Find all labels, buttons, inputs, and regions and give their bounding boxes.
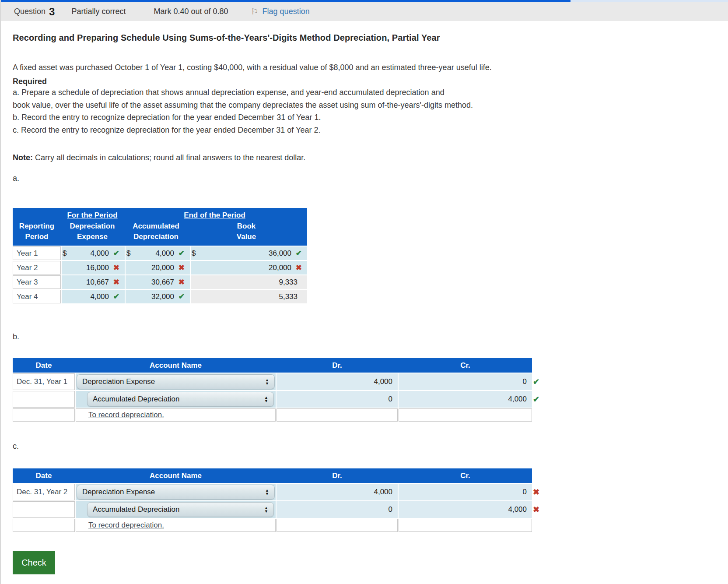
col-header-account-name: Account Name [76, 361, 276, 370]
col-header-accumulated-depreciation: AccumulatedDepreciation [124, 221, 188, 242]
correct-icon: ✔ [109, 249, 119, 258]
col-header-dr: Dr. [276, 471, 398, 480]
expense-input-cell[interactable]: 4,000 ✔ [62, 290, 125, 303]
account-select-value: Accumulated Depreciation [93, 395, 179, 404]
row-mark-cell: ✖ [533, 501, 546, 518]
accum-value: 30,667 [151, 278, 174, 287]
account-select-value: Depreciation Expense [82, 488, 155, 496]
schedule-group-end-period: End of the Period [124, 211, 305, 220]
journal-row-credit: Accumulated Depreciation ▲▼ 0 4,000 ✖ [13, 501, 546, 518]
cr-input-cell[interactable]: 0 [399, 484, 532, 500]
account-cell: Accumulated Depreciation ▲▼ [76, 501, 276, 518]
col-header-account-name: Account Name [76, 471, 276, 480]
book-value: 9,333 [279, 278, 298, 287]
problem-statement: A fixed asset was purchased October 1 of… [13, 63, 728, 72]
incorrect-icon: ✖ [533, 487, 539, 497]
schedule-row-year-2: Year 2 16,000 ✖ 20,000 ✖ 20,000 ✖ [13, 261, 307, 274]
row-mark-cell [533, 408, 546, 422]
journal-header: Date Account Name Dr. Cr. [13, 358, 532, 373]
correct-icon: ✔ [109, 292, 119, 301]
select-arrows-icon: ▲▼ [265, 489, 269, 496]
cr-input-cell[interactable]: 0 [399, 373, 532, 390]
dr-input-cell[interactable]: 4,000 [276, 484, 398, 500]
book-value-input-cell[interactable]: 20,000 ✖ [191, 261, 307, 274]
schedule-row-year-4: Year 4 4,000 ✔ 32,000 ✔ 5,333 [13, 290, 307, 303]
incorrect-icon: ✖ [174, 278, 185, 287]
expense-input-cell[interactable]: 16,000 ✖ [62, 261, 125, 274]
account-select[interactable]: Depreciation Expense ▲▼ [77, 374, 275, 389]
row-mark-cell [533, 519, 546, 532]
expense-value: 4,000 [90, 292, 109, 301]
book-value-input-cell[interactable]: $ 36,000 ✔ [191, 246, 307, 260]
correct-icon: ✔ [533, 377, 539, 387]
schedule-row-year-3: Year 3 10,667 ✖ 30,667 ✖ 9,333 [13, 275, 307, 289]
journal-row-memo: To record depreciation. [13, 408, 546, 422]
flag-question-link[interactable]: ⚐ Flag question [251, 7, 310, 17]
page-title: Recording and Preparing Schedule Using S… [13, 33, 728, 43]
account-select[interactable]: Depreciation Expense ▲▼ [77, 485, 275, 500]
accum-input-cell[interactable]: $ 4,000 ✔ [126, 246, 190, 260]
accum-input-cell[interactable]: 20,000 ✖ [126, 261, 190, 274]
note-label: Note: [13, 153, 33, 162]
dr-input-cell[interactable]: 0 [276, 391, 398, 408]
account-cell: Accumulated Depreciation ▲▼ [76, 391, 276, 408]
col-header-date: Date [13, 361, 75, 370]
section-a-label: a. [13, 174, 728, 183]
cr-cell-empty [399, 519, 532, 532]
dr-input-cell[interactable]: 0 [276, 501, 398, 518]
cr-input-cell[interactable]: 4,000 [399, 391, 532, 408]
question-container: Question 3 Partially correct Mark 0.40 o… [0, 0, 728, 584]
question-status: Partially correct [71, 7, 126, 16]
date-cell-empty [13, 408, 75, 422]
select-arrows-icon: ▲▼ [264, 396, 268, 403]
accum-value: 32,000 [151, 292, 174, 301]
col-header-reporting-period: ReportingPeriod [13, 221, 61, 242]
period-label: Year 4 [13, 290, 61, 303]
account-select-value: Depreciation Expense [82, 377, 155, 386]
book-value: 36,000 [269, 249, 291, 258]
date-cell: Dec. 31, Year 2 [13, 484, 75, 500]
book-value: 5,333 [279, 292, 298, 301]
cr-input-cell[interactable]: 4,000 [399, 501, 532, 518]
expense-input-cell[interactable]: 10,667 ✖ [62, 275, 125, 289]
date-cell: Dec. 31, Year 1 [13, 373, 75, 390]
account-select[interactable]: Accumulated Depreciation ▲▼ [87, 502, 274, 517]
top-border-light-segment [570, 0, 728, 2]
accum-value: 20,000 [151, 264, 174, 272]
incorrect-icon: ✖ [291, 263, 302, 272]
required-item-b: b. Record the entry to recognize depreci… [13, 111, 728, 124]
incorrect-icon: ✖ [174, 263, 185, 272]
dr-input-cell[interactable]: 4,000 [276, 373, 398, 390]
period-label: Year 1 [13, 246, 61, 260]
question-mark: Mark 0.40 out of 0.80 [154, 7, 228, 16]
accum-input-cell[interactable]: 30,667 ✖ [126, 275, 190, 289]
cr-cell-empty [399, 408, 532, 422]
accum-value: 4,000 [155, 249, 174, 258]
account-select-value: Accumulated Depreciation [93, 505, 179, 514]
top-progress-border [1, 0, 728, 2]
period-label: Year 2 [13, 261, 61, 274]
row-mark-cell: ✖ [533, 484, 546, 500]
account-select[interactable]: Accumulated Depreciation ▲▼ [87, 392, 274, 407]
incorrect-icon: ✖ [109, 263, 119, 272]
currency-symbol: $ [126, 249, 130, 258]
expense-input-cell[interactable]: $ 4,000 ✔ [62, 246, 125, 260]
dr-cell-empty [276, 519, 398, 532]
select-arrows-icon: ▲▼ [264, 506, 268, 513]
schedule-column-header-row: ReportingPeriod DepreciationExpense Accu… [13, 221, 307, 242]
expense-value: 10,667 [86, 278, 109, 287]
journal-entry-table-b: Date Account Name Dr. Cr. Dec. 31, Year … [13, 358, 546, 422]
account-cell: Depreciation Expense ▲▼ [76, 484, 276, 500]
schedule-group-header-row: For the Period End of the Period [13, 211, 307, 220]
section-c-label: c. [13, 442, 728, 451]
required-item-a-line1: a. Prepare a schedule of depreciation th… [13, 86, 728, 99]
select-arrows-icon: ▲▼ [265, 378, 269, 385]
accum-input-cell[interactable]: 32,000 ✔ [126, 290, 190, 303]
account-cell: Depreciation Expense ▲▼ [76, 373, 276, 390]
book-value: 20,000 [269, 264, 291, 272]
journal-row-memo: To record depreciation. [13, 519, 546, 532]
note-text: Carry all decimals in calculations; roun… [33, 153, 305, 162]
section-b-label: b. [13, 332, 728, 341]
check-button[interactable]: Check [13, 551, 55, 574]
col-header-dr: Dr. [276, 361, 398, 370]
